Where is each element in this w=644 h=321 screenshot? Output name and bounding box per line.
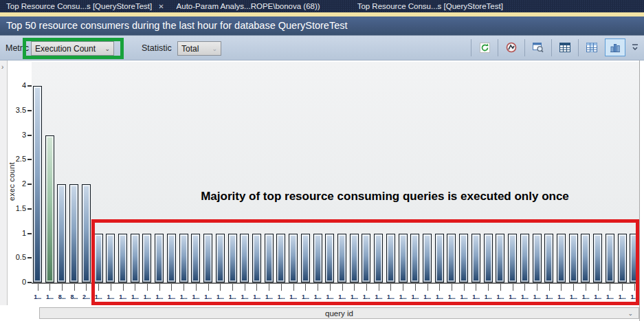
bar-query-2[interactable] (57, 184, 66, 283)
bar-query-12[interactable] (179, 234, 188, 283)
bar-query-26[interactable] (350, 234, 359, 283)
bar-query-3[interactable] (69, 184, 78, 283)
bar-query-49[interactable] (630, 234, 639, 283)
bar-query-47[interactable] (606, 234, 614, 283)
bar-query-24[interactable] (325, 234, 334, 283)
bar-query-38[interactable] (496, 234, 504, 283)
bar-query-1[interactable] (45, 135, 54, 283)
toolbar-overflow-icon[interactable] (630, 39, 640, 56)
y-axis-tick (27, 159, 32, 160)
x-axis-tick (513, 284, 513, 291)
x-axis-tick (476, 284, 476, 291)
grid-view-icon[interactable] (557, 39, 573, 56)
bar-query-4[interactable] (82, 184, 91, 283)
bar-query-37[interactable] (484, 234, 493, 283)
bar-query-28[interactable] (374, 234, 383, 283)
bar-query-14[interactable] (203, 234, 212, 283)
bar-query-19[interactable] (265, 234, 274, 283)
x-axis-tick (135, 284, 135, 291)
x-axis-tick (488, 284, 489, 291)
x-axis-tick (354, 284, 355, 291)
grid-additional-stats-icon[interactable] (584, 39, 600, 56)
bar-query-21[interactable] (289, 234, 298, 283)
x-axis-tick (500, 284, 501, 291)
x-axis-tick (561, 284, 562, 291)
y-axis-tick-label: 3.5 (0, 106, 26, 114)
x-axis-tick (220, 284, 221, 291)
bar-query-41[interactable] (533, 234, 542, 283)
bar-query-25[interactable] (337, 234, 346, 283)
x-axis-tick (366, 284, 367, 291)
bar-query-45[interactable] (581, 234, 590, 283)
y-axis-tick (27, 85, 32, 87)
bar-query-43[interactable] (557, 234, 566, 283)
bar-query-11[interactable] (167, 234, 176, 283)
x-axis-tick (549, 284, 550, 291)
statistic-dropdown[interactable]: Total ⌄ (177, 41, 221, 56)
toolbar-separator (524, 39, 525, 56)
bar-query-22[interactable] (301, 234, 310, 283)
x-axis-tick (622, 284, 623, 291)
bar-query-27[interactable] (362, 234, 370, 283)
bar-query-46[interactable] (593, 234, 602, 283)
y-axis-tick-label: 1.5 (0, 204, 26, 212)
track-query-icon[interactable] (503, 39, 520, 56)
x-axis-tick (171, 284, 172, 291)
bar-query-48[interactable] (618, 234, 627, 283)
bar-query-9[interactable] (142, 234, 151, 283)
y-axis-tick (27, 184, 32, 185)
bar-query-32[interactable] (423, 234, 432, 283)
bar-query-6[interactable] (106, 234, 115, 283)
x-axis-tick (342, 284, 343, 291)
x-axis-tick (256, 284, 257, 291)
y-axis-tick-label: 2.5 (0, 155, 26, 163)
bar-query-8[interactable] (131, 234, 140, 283)
x-axis-tick (62, 284, 63, 291)
view-query-text-icon[interactable] (530, 39, 546, 56)
x-axis-tick (598, 284, 599, 291)
bar-query-34[interactable] (447, 234, 456, 283)
bar-query-0[interactable] (33, 86, 42, 283)
grid-additional-stats-icon-glyph (586, 41, 598, 54)
x-axis-tick (293, 284, 294, 291)
x-axis-tick (74, 284, 75, 291)
toolbar-separator (551, 39, 552, 56)
bar-query-31[interactable] (410, 234, 419, 283)
bar-query-23[interactable] (313, 234, 322, 283)
bar-query-18[interactable] (252, 234, 261, 283)
toolbar-separator (578, 39, 579, 56)
bar-query-29[interactable] (386, 234, 395, 283)
bar-query-7[interactable] (118, 234, 127, 283)
bar-query-20[interactable] (276, 234, 285, 283)
bar-query-5[interactable] (94, 234, 103, 283)
bar-query-17[interactable] (240, 234, 249, 283)
x-axis-tick (123, 284, 124, 291)
y-axis-tick (27, 135, 32, 136)
x-axis-tick (634, 284, 635, 291)
grid-view-icon-glyph (559, 41, 571, 54)
refresh-icon-glyph (479, 42, 491, 54)
bar-query-40[interactable] (520, 234, 529, 283)
bar-query-30[interactable] (399, 234, 408, 283)
bar-query-33[interactable] (435, 234, 444, 283)
y-axis-tick (27, 208, 32, 210)
bar-query-42[interactable] (544, 234, 553, 283)
x-axis-tick (196, 284, 197, 291)
x-axis-tick (524, 284, 525, 291)
x-axis-tick (184, 284, 184, 291)
x-axis-tick (305, 284, 306, 291)
bar-query-35[interactable] (459, 234, 468, 283)
bar-query-13[interactable] (191, 234, 200, 283)
metric-dropdown[interactable]: Execution Count ⌄ (31, 41, 114, 56)
bar-query-10[interactable] (155, 234, 164, 283)
bar-query-15[interactable] (216, 234, 225, 283)
bar-query-44[interactable] (569, 234, 578, 283)
refresh-icon[interactable] (476, 39, 493, 56)
bar-query-16[interactable] (228, 234, 237, 283)
annotation-text: Majority of top resource consuming queri… (103, 190, 644, 203)
bar-query-36[interactable] (471, 234, 480, 283)
x-axis-tick (452, 284, 452, 291)
chart-view-icon[interactable] (605, 38, 625, 56)
toolbar-icon-group (471, 38, 640, 56)
bar-query-39[interactable] (508, 234, 517, 283)
